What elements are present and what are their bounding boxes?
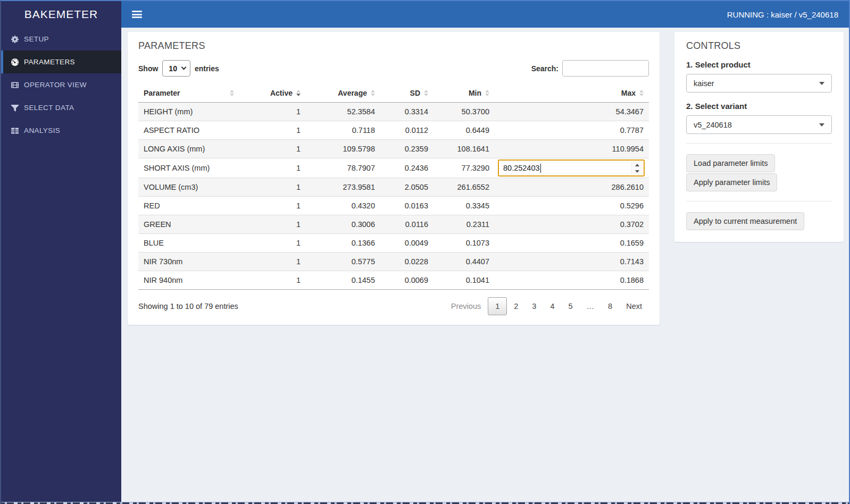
parameter-name-cell: ASPECT RATIO [138, 121, 239, 140]
min-value-cell: 0.1041 [434, 271, 495, 290]
min-value-cell: 0.1073 [434, 234, 495, 253]
sort-icons [230, 90, 234, 96]
max-value-cell: 286.2610 [495, 178, 649, 197]
active-value-cell: 1 [239, 178, 306, 197]
spinner-down-icon[interactable] [632, 168, 643, 174]
entries-label: entries [195, 64, 219, 73]
parameters-panel-title: PARAMETERS [138, 40, 649, 52]
table-row: SHORT AXIS (mm)178.79070.243677.329080.2… [138, 158, 649, 178]
page-length-control: Show 10 entries [138, 60, 219, 77]
active-value-cell: 1 [239, 234, 306, 253]
pagination: Previous12345…8Next [444, 297, 649, 315]
active-value-cell: 1 [239, 158, 306, 178]
number-spinner[interactable] [631, 162, 643, 174]
column-header-parameter[interactable]: Parameter [138, 84, 239, 103]
sidebar-item-label: SETUP [24, 35, 49, 43]
parameters-panel: PARAMETERS Show 10 entries Search: [128, 32, 660, 325]
table-row: ASPECT RATIO10.71180.01120.64490.7787 [138, 121, 649, 140]
sidebar-item-select-data[interactable]: SELECT DATA [1, 96, 121, 119]
search-label: Search: [531, 64, 559, 73]
parameter-name-cell: GREEN [138, 215, 239, 234]
pagination-page-1[interactable]: 1 [488, 297, 507, 315]
average-value-cell: 0.5775 [306, 253, 380, 271]
parameter-name-cell: LONG AXIS (mm) [138, 140, 239, 158]
table-row: RED10.43200.01630.33450.5296 [138, 197, 649, 215]
sidebar-item-analysis[interactable]: ANALYSIS [1, 119, 121, 142]
gauge-icon [10, 57, 19, 66]
pagination-page-8[interactable]: 8 [601, 298, 619, 315]
apply-to-current-measurement-button[interactable]: Apply to current measurement [686, 212, 804, 230]
show-label: Show [138, 64, 158, 73]
caret-down-icon [819, 123, 824, 127]
parameter-name-cell: VOLUME (cm3) [138, 178, 239, 197]
filter-icon [10, 103, 19, 112]
max-value-cell: 0.1868 [495, 271, 649, 290]
table-row: GREEN10.30060.01160.23110.3702 [138, 215, 649, 234]
search-input[interactable] [562, 60, 649, 77]
column-header-average[interactable]: Average [306, 84, 380, 103]
average-value-cell: 273.9581 [306, 178, 380, 197]
page-length-select[interactable]: 10 [162, 60, 190, 77]
pagination-page-3[interactable]: 3 [525, 298, 543, 315]
average-value-cell: 78.7907 [306, 158, 380, 178]
chevron-down-icon [181, 65, 186, 70]
column-header-active[interactable]: Active [239, 84, 306, 103]
max-value-cell: 0.1659 [495, 234, 649, 253]
pagination-page-5[interactable]: 5 [562, 298, 580, 315]
sd-value-cell: 2.0505 [380, 178, 434, 197]
sidebar-item-label: OPERATOR VIEW [24, 81, 87, 89]
gear-icon [10, 35, 19, 44]
search-control: Search: [531, 60, 649, 77]
table-row: BLUE10.13660.00490.10730.1659 [138, 234, 649, 253]
table-controls: Show 10 entries Search: [138, 60, 649, 77]
pagination-previous[interactable]: Previous [444, 298, 488, 315]
pagination-ellipsis: … [580, 298, 602, 315]
load-parameter-limits-button[interactable]: Load parameter limits [686, 154, 775, 172]
column-header-min[interactable]: Min [434, 84, 495, 103]
min-value-cell: 0.4407 [434, 253, 495, 271]
parameter-name-cell: BLUE [138, 234, 239, 253]
hamburger-menu-icon[interactable] [132, 11, 142, 18]
sidebar-item-label: PARAMETERS [24, 58, 75, 66]
pagination-page-2[interactable]: 2 [507, 298, 525, 315]
film-icon [10, 80, 19, 89]
parameter-name-cell: NIR 940nm [138, 271, 239, 290]
max-limit-input[interactable]: 80.252403 [498, 159, 645, 177]
average-value-cell: 0.7118 [306, 121, 380, 140]
sd-value-cell: 0.0049 [380, 234, 434, 253]
divider [686, 201, 832, 201]
table-row: HEIGHT (mm)152.35840.331450.370054.3467 [138, 103, 649, 121]
parameters-table: Parameter Active Average SD [138, 84, 649, 290]
divider [686, 143, 832, 144]
apply-parameter-limits-button[interactable]: Apply parameter limits [686, 173, 777, 191]
pagination-next[interactable]: Next [619, 298, 649, 315]
average-value-cell: 0.1366 [306, 234, 380, 253]
active-value-cell: 1 [239, 140, 306, 158]
product-select[interactable]: kaiser [686, 74, 832, 93]
sd-value-cell: 0.0228 [380, 253, 434, 271]
column-header-max[interactable]: Max [495, 84, 649, 103]
min-value-cell: 77.3290 [434, 158, 495, 178]
spinner-up-icon[interactable] [632, 162, 643, 168]
table-row: LONG AXIS (mm)1109.57980.2359108.1641110… [138, 140, 649, 158]
active-value-cell: 1 [239, 121, 306, 140]
sidebar-item-label: SELECT DATA [24, 104, 74, 112]
min-value-cell: 261.6552 [434, 178, 495, 197]
topbar: RUNNING : kaiser / v5_240618 [121, 1, 849, 28]
column-header-sd[interactable]: SD [380, 84, 434, 103]
table-row: VOLUME (cm3)1273.95812.0505261.6552286.2… [138, 178, 649, 197]
sidebar-item-parameters[interactable]: PARAMETERS [1, 51, 121, 73]
sd-value-cell: 0.2359 [380, 140, 434, 158]
sd-value-cell: 0.0112 [380, 121, 434, 140]
sidebar-item-setup[interactable]: SETUP [1, 28, 121, 51]
parameter-name-cell: NIR 730nm [138, 253, 239, 271]
min-value-cell: 0.6449 [434, 121, 495, 140]
parameter-name-cell: HEIGHT (mm) [138, 103, 239, 121]
table-icon [10, 126, 19, 135]
variant-select[interactable]: v5_240618 [686, 115, 832, 134]
sidebar-item-operator-view[interactable]: OPERATOR VIEW [1, 73, 121, 96]
sort-icons [485, 90, 489, 96]
sort-icons [296, 90, 301, 96]
app-title: BAKEMETER [1, 1, 121, 28]
pagination-page-4[interactable]: 4 [543, 298, 561, 315]
